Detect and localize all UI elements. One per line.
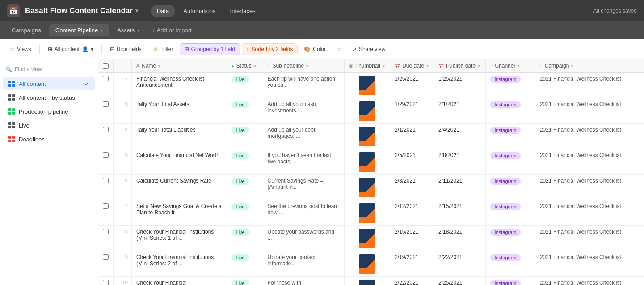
row-channel[interactable]: Instagram [485,251,535,277]
row-name[interactable]: Check Your Financial Institutions (Mini-… [131,226,227,251]
name-sort-icon[interactable]: ▾ [158,64,160,68]
all-content-button[interactable]: ⊞ All content 👤 ▾ [43,44,98,55]
row-sub-headline: See the previous post to learn how ... [263,200,344,226]
thumb-sort-icon[interactable]: ▾ [383,64,385,68]
row-status[interactable]: Live [227,175,263,200]
tab-assets-chevron-icon[interactable]: ▾ [137,28,139,33]
row-name[interactable]: Tally Your Total Assets [131,98,227,124]
channel-sort-icon[interactable]: ▾ [517,64,519,68]
row-status[interactable]: Live [227,98,263,124]
row-sub-headline: If you haven't seen the last two posts, … [263,149,344,175]
row-number: 8 [114,226,132,251]
row-checkbox[interactable] [103,229,109,234]
views-button[interactable]: ☰ Views [5,44,36,55]
nav-item-automations[interactable]: Automations [177,5,222,17]
row-channel[interactable]: Instagram [485,73,535,98]
table-row[interactable]: 6 Calculate Current Savings Rate Live Cu… [98,175,644,200]
channel-col-label: Channel [495,63,515,69]
sub-sort-icon[interactable]: ▾ [306,64,308,68]
due-sort-icon[interactable]: ▾ [426,64,429,68]
row-checkbox[interactable] [103,152,109,158]
row-name[interactable]: Check Your Financial Institutions (Mini-… [131,251,227,277]
row-status[interactable]: Live [227,251,263,277]
table-row[interactable]: 5 Calculate Your Financial Net Worth Liv… [98,149,644,175]
add-or-import-button[interactable]: + Add or import [147,24,196,36]
row-checkbox[interactable] [103,280,109,285]
channel-badge: Instagram [490,178,521,185]
table-row[interactable]: 4 Tally Your Total Liabilities Live Add … [98,124,644,149]
channel-badge: Instagram [490,229,521,236]
row-status[interactable]: Live [227,73,263,98]
th-status[interactable]: ● Status ▾ [227,59,263,73]
row-name[interactable]: Set a New Savings Goal & Create a Plan t… [131,200,227,226]
row-name[interactable]: Tally Your Total Liabilities [131,124,227,149]
row-channel[interactable]: Instagram [485,98,535,124]
row-checkbox-cell [98,175,114,200]
publish-sort-icon[interactable]: ▾ [478,64,480,68]
th-channel[interactable]: ≡ Channel ▾ [485,59,535,73]
th-due-date[interactable]: 📅 Due date ▾ [390,59,434,73]
share-view-button[interactable]: ↗ Share view [348,44,390,55]
row-status[interactable]: Live [227,226,263,251]
row-checkbox[interactable] [103,101,109,107]
table-row[interactable]: 7 Set a New Savings Goal & Create a Plan… [98,200,644,226]
th-campaign[interactable]: ≡ Campaign ▾ [535,59,644,73]
row-channel[interactable]: Instagram [485,200,535,226]
row-name[interactable]: Calculate Current Savings Rate [131,175,227,200]
row-channel[interactable]: Instagram [485,175,535,200]
sidebar-search[interactable]: 🔍 Find a view [0,64,98,75]
sorted-by-button[interactable]: ↕ Sorted by 2 fields [242,43,298,55]
nav-item-data[interactable]: Data [151,5,175,17]
row-status[interactable]: Live [227,277,263,285]
tab-assets[interactable]: Assets ▾ [111,24,146,36]
table-row[interactable]: 10 Check Your Financial Live For those w… [98,277,644,285]
status-sort-icon[interactable]: ▾ [254,64,256,68]
table-row[interactable]: 8 Check Your Financial Institutions (Min… [98,226,644,251]
hide-fields-button[interactable]: ⊟ Hide fields [105,44,146,55]
row-checkbox[interactable] [103,203,109,209]
filter-button[interactable]: ⚡ Filter [148,44,178,55]
tab-content-pipeline-chevron-icon[interactable]: ▾ [101,28,103,33]
campaign-sort-icon[interactable]: ▾ [571,64,573,68]
table-row[interactable]: 2 Financial Wellness Checklist Announcem… [98,73,644,98]
row-name[interactable]: Calculate Your Financial Net Worth [131,149,227,175]
row-channel[interactable]: Instagram [485,149,535,175]
row-height-button[interactable]: ☰ [332,44,346,55]
hide-fields-icon: ⊟ [110,46,114,52]
grouped-by-button[interactable]: ⊞ Grouped by 1 field [180,43,240,55]
row-name[interactable]: Check Your Financial [131,277,227,285]
channel-badge: Instagram [490,101,521,108]
row-sub-headline: Add up all your cash, investments, ... [263,98,344,124]
svg-rect-4 [8,94,11,97]
row-checkbox[interactable] [103,178,109,183]
row-checkbox[interactable] [103,76,109,81]
row-status[interactable]: Live [227,149,263,175]
sidebar-item-production-pipeline[interactable]: Production pipeline [3,105,95,118]
table-row[interactable]: 9 Check Your Financial Institutions (Min… [98,251,644,277]
th-sub-headline[interactable]: ≡ Sub-headline ▾ [263,59,344,73]
nav-item-interfaces[interactable]: Interfaces [224,5,262,17]
select-all-checkbox[interactable] [103,63,109,69]
row-channel[interactable]: Instagram [485,226,535,251]
table-row[interactable]: 3 Tally Your Total Assets Live Add up al… [98,98,644,124]
all-content-chevron-icon[interactable]: ▾ [91,46,93,52]
row-checkbox[interactable] [103,254,109,260]
sidebar-item-live[interactable]: Live [3,119,95,132]
row-channel[interactable]: Instagram [485,124,535,149]
row-channel[interactable]: Instagram [485,277,535,285]
th-publish-date[interactable]: 📅 Publish date ▾ [434,59,485,73]
sidebar-item-deadlines[interactable]: Deadlines [3,132,95,146]
sidebar-item-all-content-status[interactable]: All content—by status [3,91,95,104]
th-thumbnail[interactable]: ▣ Thumbnail ▾ [344,59,390,73]
row-checkbox[interactable] [103,127,109,132]
tab-content-pipeline[interactable]: Content Pipeline ▾ [49,24,109,36]
app-title-chevron-icon[interactable]: ▾ [135,8,138,14]
row-name[interactable]: Financial Wellness Checklist Announcemen… [131,73,227,98]
app-icon: 📅 [7,4,20,17]
color-button[interactable]: 🎨 Color [299,44,330,55]
row-status[interactable]: Live [227,200,263,226]
sidebar-item-all-content[interactable]: All content ✓ [3,77,95,90]
tab-campaigns[interactable]: Campaigns [5,24,47,36]
th-name[interactable]: A Name ▾ [131,59,227,73]
row-status[interactable]: Live [227,124,263,149]
